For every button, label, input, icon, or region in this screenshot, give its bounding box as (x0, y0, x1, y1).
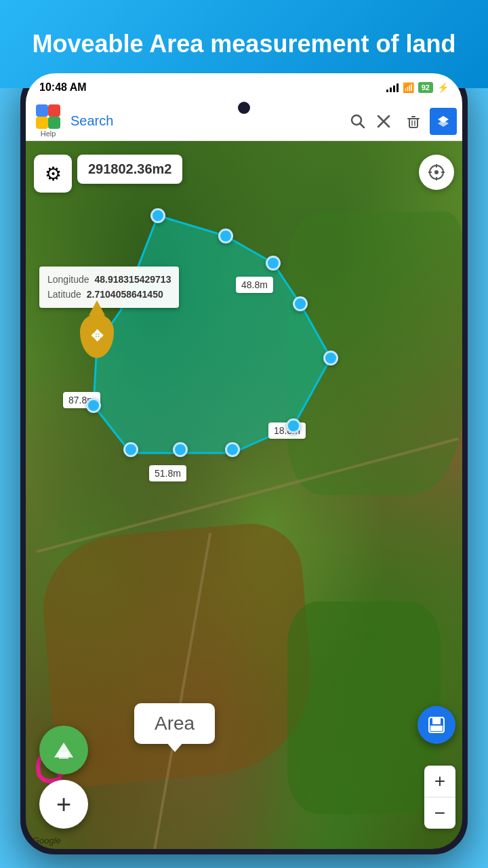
add-icon: + (56, 790, 71, 819)
status-time: 10:48 AM (39, 81, 87, 94)
close-icon (376, 114, 391, 129)
svg-rect-3 (36, 117, 48, 129)
map-area[interactable]: ⚙ 291802.36m2 Longitude (26, 141, 462, 849)
settings-button[interactable]: ⚙ (34, 155, 72, 193)
latitude-label: Latitude (47, 287, 81, 302)
search-input-area[interactable]: Search (65, 113, 346, 129)
save-button[interactable] (418, 706, 455, 744)
svg-rect-2 (48, 104, 60, 117)
help-label: Help (41, 130, 56, 138)
area-measurement-badge: 291802.36m2 (77, 155, 182, 184)
svg-point-18 (434, 170, 439, 174)
settings-icon: ⚙ (45, 163, 62, 185)
map-pin-3[interactable] (266, 256, 281, 271)
field-green-2 (287, 601, 440, 814)
longitude-label: Longitude (47, 272, 89, 287)
phone-inner: 10:48 AM 📶 92 ⚡ (26, 73, 462, 849)
svg-rect-9 (409, 119, 418, 127)
svg-rect-27 (432, 717, 441, 724)
signal-icon (386, 83, 399, 92)
map-pin-2[interactable] (218, 229, 233, 243)
search-placeholder: Search (70, 113, 340, 129)
google-watermark: Google (33, 835, 61, 846)
area-mode-button[interactable] (39, 726, 88, 774)
map-pin-10[interactable] (86, 398, 101, 413)
search-icon (350, 114, 365, 129)
distance-label-1: 48.8m (236, 277, 273, 293)
trash-icon (406, 114, 421, 129)
map-pin-4[interactable] (293, 296, 308, 311)
location-icon (428, 163, 445, 181)
svg-line-6 (360, 123, 364, 127)
bluetooth-icon: ⚡ (437, 82, 449, 93)
wifi-icon: 📶 (403, 82, 414, 93)
toolbar-right (370, 108, 457, 135)
save-icon (428, 716, 445, 734)
svg-rect-28 (430, 726, 443, 731)
status-bar: 10:48 AM 📶 92 ⚡ (26, 73, 462, 102)
map-pin-8[interactable] (173, 442, 188, 457)
zoom-out-button[interactable]: − (424, 797, 455, 829)
svg-marker-15 (438, 120, 449, 127)
zoom-in-icon: + (434, 770, 445, 792)
close-button[interactable] (370, 108, 397, 135)
coordinate-tooltip: Longitude 48.918315429713 Latitude 2.710… (39, 267, 179, 308)
move-handle[interactable]: ✥ (80, 314, 121, 361)
battery-icon: 92 (418, 82, 433, 93)
layers-button[interactable] (430, 108, 457, 135)
status-icons: 📶 92 ⚡ (386, 82, 449, 93)
help-button[interactable]: Help (31, 104, 65, 138)
svg-rect-4 (48, 117, 60, 129)
add-point-button[interactable]: + (39, 780, 88, 829)
distance-label-4: 51.8m (149, 465, 186, 481)
map-pin-6[interactable] (286, 418, 301, 433)
map-pin-9[interactable] (123, 442, 138, 457)
zoom-out-icon: − (434, 802, 445, 824)
banner-title: Moveable Area measurement of land (19, 30, 470, 58)
svg-rect-25 (59, 752, 68, 759)
map-pin-7[interactable] (225, 442, 240, 457)
drop-shape: ✥ (80, 314, 114, 358)
field-green-1 (287, 212, 462, 495)
location-button[interactable] (419, 155, 454, 190)
map-pin-5[interactable] (323, 351, 338, 366)
camera-notch (238, 102, 250, 114)
search-button[interactable] (346, 109, 370, 134)
zoom-in-button[interactable]: + (424, 766, 455, 797)
zoom-controls: + − (424, 766, 455, 829)
delete-button[interactable] (400, 108, 427, 135)
layers-icon (436, 115, 450, 128)
map-pin-1[interactable] (150, 208, 165, 223)
svg-rect-1 (36, 104, 48, 117)
area-tooltip: Area (134, 703, 215, 744)
area-mode-icon (51, 737, 77, 763)
help-logo-icon (36, 104, 60, 129)
phone-frame: 10:48 AM 📶 92 ⚡ (20, 68, 468, 854)
move-arrows-icon: ✥ (91, 328, 103, 345)
longitude-value: 48.918315429713 (95, 272, 171, 287)
